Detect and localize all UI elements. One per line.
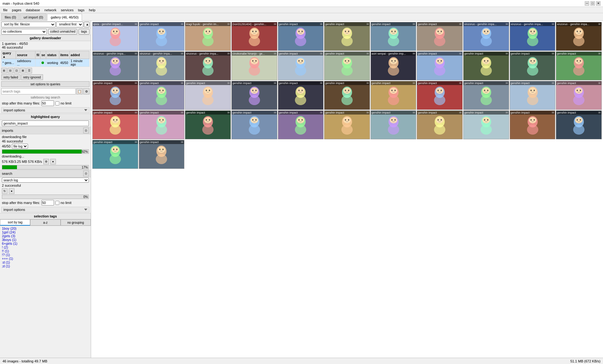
tag-exclaim2[interactable]: !! (1) xyxy=(1,249,90,253)
retry-ignored-button[interactable]: retry ignored xyxy=(21,74,43,80)
col-added[interactable]: added xyxy=(69,51,89,59)
image-cell-15[interactable]: genshin impact✉ xyxy=(278,51,324,80)
image-cell-9[interactable]: xinzoruo - genshin impa...✉ xyxy=(510,22,556,51)
image-cell-25[interactable]: genshin impact✉ xyxy=(231,81,277,110)
image-cell-24[interactable]: genshin impact✉ xyxy=(185,81,231,110)
image-cell-19[interactable]: genshin impact✉ xyxy=(463,51,509,80)
tab-url-import[interactable]: url import (0) xyxy=(20,13,46,20)
image-cell-23[interactable]: genshin impact✉ xyxy=(139,81,185,110)
tab-files[interactable]: files (0) xyxy=(1,13,19,20)
tag-1boy[interactable]: 1boy (20) xyxy=(1,227,90,230)
image-cell-45[interactable]: genshin impact✉ xyxy=(139,140,185,169)
search-no-limit-checkbox[interactable] xyxy=(55,201,59,205)
tag-3boys[interactable]: 3boys (1) xyxy=(1,238,90,242)
no-limit-checkbox[interactable] xyxy=(55,101,59,105)
image-cell-28[interactable]: genshin impact✉ xyxy=(371,81,416,110)
col-status[interactable]: status xyxy=(46,51,59,59)
tag-1girl[interactable]: 1girl (24) xyxy=(1,230,90,234)
image-cell-18[interactable]: genshin impact✉ xyxy=(417,51,463,80)
image-cell-31[interactable]: genshin impact✉ xyxy=(510,81,556,110)
retry-failed-button[interactable]: retry failed xyxy=(1,74,20,80)
az-button[interactable]: a-z xyxy=(30,219,60,226)
image-cell-4[interactable]: genshin impact✉ xyxy=(278,22,324,51)
tag-d[interactable]: :d (1) xyxy=(1,260,90,264)
menu-file[interactable]: file xyxy=(1,8,9,12)
menu-network[interactable]: network xyxy=(42,8,58,12)
image-cell-17[interactable]: asiri senpai - genshin imp...✉ xyxy=(371,51,416,80)
image-cell-3[interactable]: (nori31291404) - genshin...✉ xyxy=(231,22,277,51)
image-cell-14[interactable]: cinokonabe hinanjo - ge...✉ xyxy=(231,51,277,80)
menu-button[interactable]: ☰ xyxy=(26,68,32,73)
no-grouping-button[interactable]: no grouping xyxy=(61,219,91,226)
image-cell-29[interactable]: genshin impact✉ xyxy=(417,81,463,110)
image-cell-22[interactable]: genshin impact✉ xyxy=(92,81,138,110)
set-options-button[interactable]: set options to queries xyxy=(1,81,90,87)
table-row[interactable]: * gens... safebooru ... working 46/50 1 … xyxy=(2,59,90,67)
search-refresh-button[interactable]: ↻ xyxy=(2,188,8,194)
search-settings-button[interactable]: ⚙ xyxy=(83,88,90,94)
image-cell-16[interactable]: genshin impact✉ xyxy=(324,51,370,80)
image-cell-33[interactable]: genshin impact✉ xyxy=(92,110,138,139)
image-cell-36[interactable]: genshin impact✉ xyxy=(231,110,277,139)
collect-unmatched-button[interactable]: collect unmatched xyxy=(48,29,77,35)
search-log-select[interactable]: search log xyxy=(2,178,89,183)
image-cell-8[interactable]: xinzoruo - genshin impa...✉ xyxy=(463,22,509,51)
search-clipboard-button[interactable]: 📋 xyxy=(76,88,83,94)
tags-button[interactable]: tags xyxy=(79,29,90,35)
grid-view-button[interactable]: ⊞ xyxy=(1,68,7,73)
image-cell-42[interactable]: genshin impact✉ xyxy=(510,110,556,139)
imports-expand-button[interactable]: ⊡ xyxy=(83,128,89,133)
image-cell-35[interactable]: genshin impact✉ xyxy=(185,110,231,139)
image-cell-13[interactable]: xinzoruo - genshin impa...✉ xyxy=(185,51,231,80)
image-cell-6[interactable]: genshin impact✉ xyxy=(371,22,416,51)
image-cell-20[interactable]: genshin impact✉ xyxy=(510,51,556,80)
image-cell-41[interactable]: genshin impact✉ xyxy=(463,110,509,139)
search-expand-button[interactable]: ⊡ xyxy=(83,171,89,176)
close-button[interactable]: ✕ xyxy=(596,1,600,6)
download-stop-button[interactable]: ● xyxy=(50,159,56,164)
image-cell-11[interactable]: xinzoruo - genshin impa...✉ xyxy=(92,51,138,80)
image-cell-1[interactable]: genshin impact✉ xyxy=(139,22,185,51)
stop-after-input[interactable] xyxy=(41,100,54,106)
image-cell-37[interactable]: genshin impact✉ xyxy=(278,110,324,139)
image-cell-32[interactable]: genshin impact✉ xyxy=(556,81,602,110)
image-cell-7[interactable]: genshin impact✉ xyxy=(417,22,463,51)
image-cell-30[interactable]: genshin impact✉ xyxy=(463,81,509,110)
image-cell-2[interactable]: iiragi fuyuki - genshin im...✉ xyxy=(185,22,231,51)
tab-gallery[interactable]: gallery (46, 46/50) xyxy=(47,14,82,21)
tag-2girls[interactable]: 2girls (3) xyxy=(1,234,90,238)
search-stop-input[interactable] xyxy=(41,200,54,206)
tag-exclaim-q[interactable]: !? (1) xyxy=(1,253,90,257)
minimize-button[interactable]: ─ xyxy=(585,1,589,6)
maximize-button[interactable]: □ xyxy=(590,1,595,6)
menu-services[interactable]: services xyxy=(59,8,75,12)
tag-semicol-d[interactable]: ;d (1) xyxy=(1,264,90,268)
col-query[interactable]: query ▲ xyxy=(2,51,16,59)
search-tags-input[interactable] xyxy=(1,88,76,94)
image-cell-34[interactable]: genshin impact✉ xyxy=(139,110,185,139)
col-source[interactable]: source xyxy=(16,51,35,59)
menu-database[interactable]: database xyxy=(24,8,42,12)
search-cancel-button[interactable]: ● xyxy=(9,188,14,194)
collections-select[interactable]: no collections xyxy=(1,29,47,35)
query-input[interactable] xyxy=(2,120,89,126)
tag-6girls[interactable]: 6+girls (1) xyxy=(1,242,90,245)
col-se[interactable]: se xyxy=(41,51,46,59)
image-cell-40[interactable]: genshin impact✉ xyxy=(417,110,463,139)
image-cell-44[interactable]: genshin impact✉ xyxy=(92,140,138,169)
image-cell-26[interactable]: genshin impact✉ xyxy=(278,81,324,110)
col-fil[interactable]: fil xyxy=(35,51,41,59)
image-cell-0[interactable]: qixia - genshin impact...✉ xyxy=(92,22,138,51)
image-cell-12[interactable]: xinzoruo - genshin impa...✉ xyxy=(139,51,185,80)
tag-exclaim[interactable]: ! (2) xyxy=(1,245,90,249)
menu-tags[interactable]: tags xyxy=(76,8,86,12)
import-options-2[interactable]: import options xyxy=(1,207,90,212)
order-select[interactable]: smallest first xyxy=(56,22,83,27)
image-cell-21[interactable]: genshin impact✉ xyxy=(556,51,602,80)
import-options-1[interactable]: import options xyxy=(1,107,90,113)
image-cell-39[interactable]: genshin impact✉ xyxy=(371,110,416,139)
col-items[interactable]: items xyxy=(59,51,69,59)
image-cell-5[interactable]: genshin impact✉ xyxy=(324,22,370,51)
download-settings-button[interactable]: ⚙ xyxy=(43,159,49,164)
tag-plusplus[interactable]: +++ (1) xyxy=(1,257,90,260)
